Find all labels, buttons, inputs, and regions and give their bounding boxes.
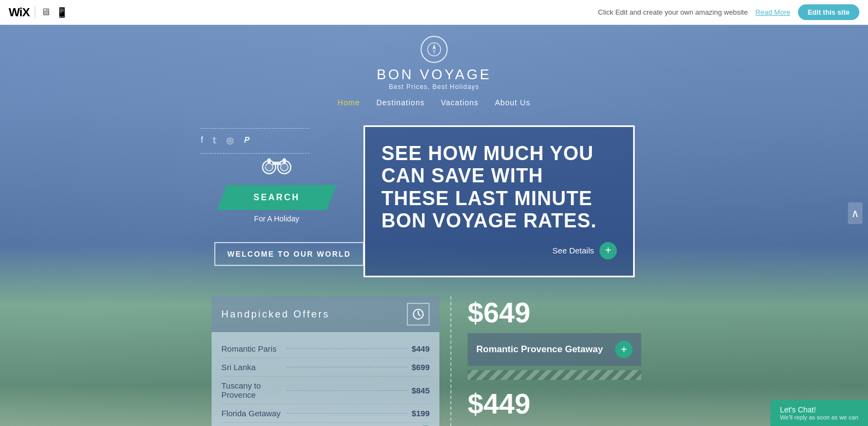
pinterest-icon[interactable]: 𝙋 — [244, 135, 249, 145]
promo-box: SEE HOW MUCH YOU CAN SAVE WITH THESE LAS… — [363, 125, 635, 277]
offer-dots — [286, 390, 407, 391]
offer-row-tuscany: Tuscany to Provence $845 — [221, 377, 430, 404]
twitter-icon[interactable]: 𝕥 — [213, 135, 216, 145]
offer-price: $199 — [412, 409, 430, 418]
chat-label: Let's Chat! — [780, 405, 858, 414]
mobile-icon[interactable]: 📱 — [56, 7, 68, 18]
logo-area: BON VOYAGE Best Prices, Best Holidays — [376, 36, 491, 91]
top-bar: WiX 🖥 📱 Click Edit and create your own a… — [0, 0, 868, 25]
offer-dots — [286, 367, 407, 367]
offer-name: Sri Lanka — [221, 363, 282, 372]
see-details-button[interactable]: + — [599, 242, 617, 259]
offer-row-paris: Romantic Paris $449 — [221, 340, 430, 358]
svg-point-7 — [280, 163, 288, 171]
scroll-arrow[interactable]: ∧ — [848, 202, 863, 224]
welcome-box: WELCOME TO OUR WORLD — [214, 242, 364, 266]
offer-name: Tuscany to Provence — [221, 381, 282, 399]
offer-row-florida: Florida Getaway $199 — [221, 404, 430, 423]
destination-plus-button[interactable]: + — [615, 341, 633, 358]
bottom-section: Handpicked Offers Romantic Paris $449 — [0, 296, 868, 426]
svg-line-12 — [418, 314, 420, 316]
dashed-line-bottom — [201, 153, 309, 154]
offer-name: Romantic Paris — [221, 344, 282, 353]
offer-price: $699 — [412, 363, 430, 372]
dashed-divider — [450, 296, 451, 426]
destination-card: Romantic Provence Getaway + — [468, 333, 641, 366]
social-icons-area: f 𝕥 ◎ 𝙋 — [201, 128, 309, 156]
nav-item-about[interactable]: About Us — [495, 98, 531, 107]
brand-tagline: Best Prices, Best Holidays — [376, 83, 491, 91]
handpicked-header: Handpicked Offers — [212, 296, 439, 332]
svg-point-6 — [265, 163, 273, 171]
svg-rect-8 — [267, 158, 271, 164]
svg-rect-5 — [272, 162, 281, 165]
offer-name: Florida Getaway — [221, 409, 282, 418]
topbar-message: Click Edit and create your own amazing w… — [598, 8, 748, 16]
brand-name: BON VOYAGE — [376, 66, 491, 83]
edit-site-button[interactable]: Edit this site — [798, 4, 859, 20]
divider — [35, 6, 35, 19]
instagram-icon[interactable]: ◎ — [226, 135, 234, 145]
top-bar-left: WiX 🖥 📱 — [9, 5, 68, 20]
chat-sub: We'll reply as soon as we can — [780, 414, 858, 421]
clock-icon — [407, 303, 430, 326]
offer-row-nyc: NYC Escape $899 — [221, 423, 430, 426]
social-row: f 𝕥 ◎ 𝙋 — [201, 135, 309, 145]
offer-dots — [286, 348, 407, 349]
search-sub-label: For A Holiday — [217, 214, 336, 223]
handpicked-title: Handpicked Offers — [221, 309, 330, 320]
facebook-icon[interactable]: f — [201, 135, 203, 145]
welcome-text: WELCOME TO OUR WORLD — [227, 250, 351, 258]
nav-item-home[interactable]: Home — [337, 98, 360, 107]
stripe-decoration — [468, 370, 641, 380]
nav-bar: Home Destinations Vacations About Us — [337, 98, 530, 107]
binoculars-icon — [217, 155, 336, 180]
compass-icon — [420, 36, 448, 63]
desktop-icon[interactable]: 🖥 — [41, 7, 50, 18]
left-panel: Handpicked Offers Romantic Paris $449 — [212, 296, 439, 426]
read-more-link[interactable]: Read More — [755, 8, 790, 16]
see-details-label: See Details — [552, 246, 594, 255]
offers-wrapper: Romantic Paris $449 Sri Lanka $699 Tusca… — [212, 332, 439, 426]
dashed-line-top — [201, 128, 309, 129]
search-button[interactable]: SEARCH — [217, 185, 336, 210]
main-area: BON VOYAGE Best Prices, Best Holidays Ho… — [0, 25, 868, 426]
search-section: SEARCH For A Holiday — [217, 155, 336, 223]
featured-price-1: $649 — [468, 296, 863, 329]
see-details-row: See Details + — [381, 242, 617, 259]
offer-price: $845 — [412, 386, 430, 395]
svg-marker-2 — [432, 49, 436, 55]
offer-dots — [286, 413, 407, 414]
svg-rect-9 — [283, 158, 286, 164]
destination-name: Romantic Provence Getaway — [476, 344, 603, 355]
offer-row-srilanka: Sri Lanka $699 — [221, 358, 430, 377]
chat-bubble[interactable]: Let's Chat! We'll reply as soon as we ca… — [770, 400, 868, 426]
promo-headline: SEE HOW MUCH YOU CAN SAVE WITH THESE LAS… — [381, 142, 617, 232]
nav-item-destinations[interactable]: Destinations — [376, 98, 425, 107]
top-bar-right: Click Edit and create your own amazing w… — [598, 4, 859, 20]
svg-marker-1 — [432, 44, 436, 49]
offers-list: Romantic Paris $449 Sri Lanka $699 Tusca… — [212, 332, 439, 426]
wix-logo: WiX — [9, 5, 29, 20]
nav-item-vacations[interactable]: Vacations — [441, 98, 478, 107]
offer-price: $449 — [412, 344, 430, 353]
